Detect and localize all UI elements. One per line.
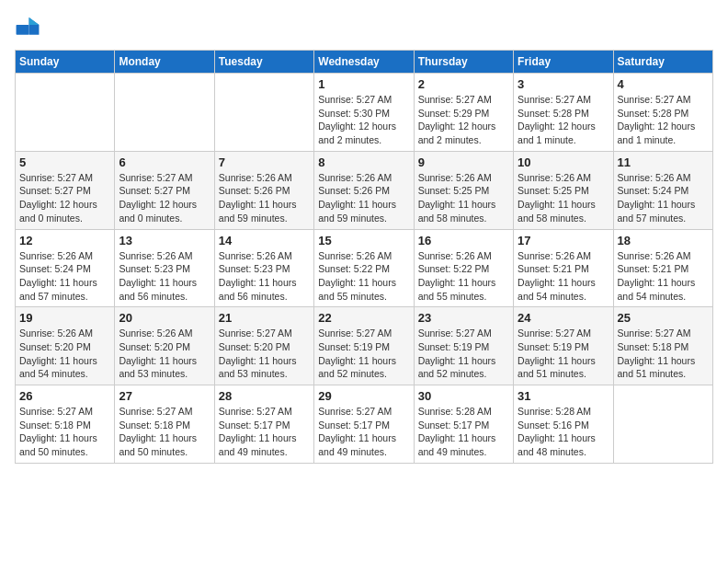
day-number: 24 (518, 311, 609, 325)
day-info: Sunrise: 5:27 AM Sunset: 5:19 PM Dayligh… (318, 327, 409, 381)
day-number: 14 (219, 234, 310, 247)
day-info: Sunrise: 5:27 AM Sunset: 5:30 PM Dayligh… (318, 93, 409, 147)
day-number: 27 (119, 389, 210, 403)
logo (15, 15, 44, 40)
day-number: 13 (119, 234, 210, 247)
calendar-header: SundayMondayTuesdayWednesdayThursdayFrid… (16, 51, 713, 74)
calendar-week-4: 19Sunrise: 5:26 AM Sunset: 5:20 PM Dayli… (16, 307, 713, 385)
weekday-header-sunday: Sunday (16, 51, 115, 74)
day-info: Sunrise: 5:27 AM Sunset: 5:20 PM Dayligh… (219, 327, 310, 381)
calendar-cell: 20Sunrise: 5:26 AM Sunset: 5:20 PM Dayli… (115, 307, 214, 385)
day-info: Sunrise: 5:26 AM Sunset: 5:25 PM Dayligh… (418, 171, 509, 225)
calendar-cell: 11Sunrise: 5:26 AM Sunset: 5:24 PM Dayli… (613, 151, 712, 229)
svg-rect-3 (17, 25, 29, 35)
day-info: Sunrise: 5:27 AM Sunset: 5:18 PM Dayligh… (119, 405, 210, 459)
calendar-cell: 25Sunrise: 5:27 AM Sunset: 5:18 PM Dayli… (613, 307, 712, 385)
calendar-cell: 7Sunrise: 5:26 AM Sunset: 5:26 PM Daylig… (214, 151, 313, 229)
calendar-cell: 10Sunrise: 5:26 AM Sunset: 5:25 PM Dayli… (514, 151, 613, 229)
calendar-cell (115, 74, 214, 152)
calendar-cell: 30Sunrise: 5:28 AM Sunset: 5:17 PM Dayli… (414, 385, 513, 464)
calendar-cell: 18Sunrise: 5:26 AM Sunset: 5:21 PM Dayli… (613, 229, 712, 307)
day-info: Sunrise: 5:26 AM Sunset: 5:23 PM Dayligh… (219, 249, 310, 304)
day-info: Sunrise: 5:27 AM Sunset: 5:27 PM Dayligh… (19, 171, 110, 225)
weekday-header-tuesday: Tuesday (214, 51, 313, 74)
calendar-cell: 22Sunrise: 5:27 AM Sunset: 5:19 PM Dayli… (314, 307, 414, 385)
day-info: Sunrise: 5:27 AM Sunset: 5:29 PM Dayligh… (418, 93, 509, 147)
day-number: 1 (318, 77, 409, 91)
day-info: Sunrise: 5:28 AM Sunset: 5:16 PM Dayligh… (518, 405, 609, 459)
day-info: Sunrise: 5:26 AM Sunset: 5:21 PM Dayligh… (618, 249, 709, 304)
calendar-cell: 24Sunrise: 5:27 AM Sunset: 5:19 PM Dayli… (514, 307, 613, 385)
calendar-cell (613, 385, 712, 464)
day-number: 16 (418, 234, 509, 247)
day-number: 11 (618, 155, 709, 169)
calendar-week-5: 26Sunrise: 5:27 AM Sunset: 5:18 PM Dayli… (16, 385, 713, 464)
calendar-cell: 21Sunrise: 5:27 AM Sunset: 5:20 PM Dayli… (214, 307, 313, 385)
day-number: 10 (518, 155, 609, 169)
calendar-cell: 29Sunrise: 5:27 AM Sunset: 5:17 PM Dayli… (314, 385, 414, 464)
day-info: Sunrise: 5:27 AM Sunset: 5:18 PM Dayligh… (19, 405, 110, 459)
calendar-cell: 19Sunrise: 5:26 AM Sunset: 5:20 PM Dayli… (16, 307, 115, 385)
day-number: 31 (518, 389, 609, 403)
calendar-cell: 13Sunrise: 5:26 AM Sunset: 5:23 PM Dayli… (115, 229, 214, 307)
day-number: 30 (418, 389, 509, 403)
day-info: Sunrise: 5:26 AM Sunset: 5:24 PM Dayligh… (618, 171, 709, 225)
day-info: Sunrise: 5:27 AM Sunset: 5:17 PM Dayligh… (219, 405, 310, 459)
day-info: Sunrise: 5:26 AM Sunset: 5:25 PM Dayligh… (518, 171, 609, 225)
day-number: 9 (418, 155, 509, 169)
day-info: Sunrise: 5:26 AM Sunset: 5:26 PM Dayligh… (318, 171, 409, 225)
weekday-header-monday: Monday (115, 51, 214, 74)
day-number: 28 (219, 389, 310, 403)
calendar-cell: 28Sunrise: 5:27 AM Sunset: 5:17 PM Dayli… (214, 385, 313, 464)
svg-marker-2 (29, 17, 40, 25)
day-info: Sunrise: 5:27 AM Sunset: 5:28 PM Dayligh… (518, 93, 609, 147)
calendar-cell: 15Sunrise: 5:26 AM Sunset: 5:22 PM Dayli… (314, 229, 414, 307)
day-number: 19 (19, 311, 110, 325)
calendar-cell: 16Sunrise: 5:26 AM Sunset: 5:22 PM Dayli… (414, 229, 513, 307)
day-info: Sunrise: 5:26 AM Sunset: 5:24 PM Dayligh… (19, 249, 110, 304)
day-info: Sunrise: 5:27 AM Sunset: 5:17 PM Dayligh… (318, 405, 409, 459)
weekday-header-friday: Friday (514, 51, 613, 74)
calendar-cell: 5Sunrise: 5:27 AM Sunset: 5:27 PM Daylig… (16, 151, 115, 229)
logo-icon (15, 15, 40, 40)
day-info: Sunrise: 5:26 AM Sunset: 5:20 PM Dayligh… (119, 327, 210, 381)
day-info: Sunrise: 5:26 AM Sunset: 5:22 PM Dayligh… (418, 249, 509, 304)
day-number: 8 (318, 155, 409, 169)
day-info: Sunrise: 5:26 AM Sunset: 5:22 PM Dayligh… (318, 249, 409, 304)
day-number: 18 (618, 234, 709, 247)
day-info: Sunrise: 5:26 AM Sunset: 5:26 PM Dayligh… (219, 171, 310, 225)
day-number: 25 (618, 311, 709, 325)
day-number: 23 (418, 311, 509, 325)
day-info: Sunrise: 5:26 AM Sunset: 5:20 PM Dayligh… (19, 327, 110, 381)
day-number: 17 (518, 234, 609, 247)
calendar-table: SundayMondayTuesdayWednesdayThursdayFrid… (15, 50, 713, 464)
calendar-body: 1Sunrise: 5:27 AM Sunset: 5:30 PM Daylig… (16, 74, 713, 464)
day-number: 22 (318, 311, 409, 325)
day-info: Sunrise: 5:26 AM Sunset: 5:21 PM Dayligh… (518, 249, 609, 304)
day-info: Sunrise: 5:28 AM Sunset: 5:17 PM Dayligh… (418, 405, 509, 459)
day-number: 15 (318, 234, 409, 247)
calendar-cell: 14Sunrise: 5:26 AM Sunset: 5:23 PM Dayli… (214, 229, 313, 307)
calendar-cell: 26Sunrise: 5:27 AM Sunset: 5:18 PM Dayli… (16, 385, 115, 464)
day-info: Sunrise: 5:27 AM Sunset: 5:18 PM Dayligh… (618, 327, 709, 381)
day-info: Sunrise: 5:27 AM Sunset: 5:27 PM Dayligh… (119, 171, 210, 225)
day-number: 21 (219, 311, 310, 325)
day-number: 20 (119, 311, 210, 325)
calendar-week-3: 12Sunrise: 5:26 AM Sunset: 5:24 PM Dayli… (16, 229, 713, 307)
day-number: 26 (19, 389, 110, 403)
day-number: 2 (418, 77, 509, 91)
weekday-header-wednesday: Wednesday (314, 51, 414, 74)
calendar-cell: 2Sunrise: 5:27 AM Sunset: 5:29 PM Daylig… (414, 74, 513, 152)
day-info: Sunrise: 5:27 AM Sunset: 5:19 PM Dayligh… (518, 327, 609, 381)
day-number: 29 (318, 389, 409, 403)
calendar-cell: 27Sunrise: 5:27 AM Sunset: 5:18 PM Dayli… (115, 385, 214, 464)
calendar-cell: 23Sunrise: 5:27 AM Sunset: 5:19 PM Dayli… (414, 307, 513, 385)
calendar-cell: 1Sunrise: 5:27 AM Sunset: 5:30 PM Daylig… (314, 74, 414, 152)
calendar-cell: 9Sunrise: 5:26 AM Sunset: 5:25 PM Daylig… (414, 151, 513, 229)
day-number: 5 (19, 155, 110, 169)
day-info: Sunrise: 5:27 AM Sunset: 5:28 PM Dayligh… (618, 93, 709, 147)
calendar-cell: 4Sunrise: 5:27 AM Sunset: 5:28 PM Daylig… (613, 74, 712, 152)
day-number: 3 (518, 77, 609, 91)
day-number: 4 (618, 77, 709, 91)
calendar-cell: 17Sunrise: 5:26 AM Sunset: 5:21 PM Dayli… (514, 229, 613, 307)
